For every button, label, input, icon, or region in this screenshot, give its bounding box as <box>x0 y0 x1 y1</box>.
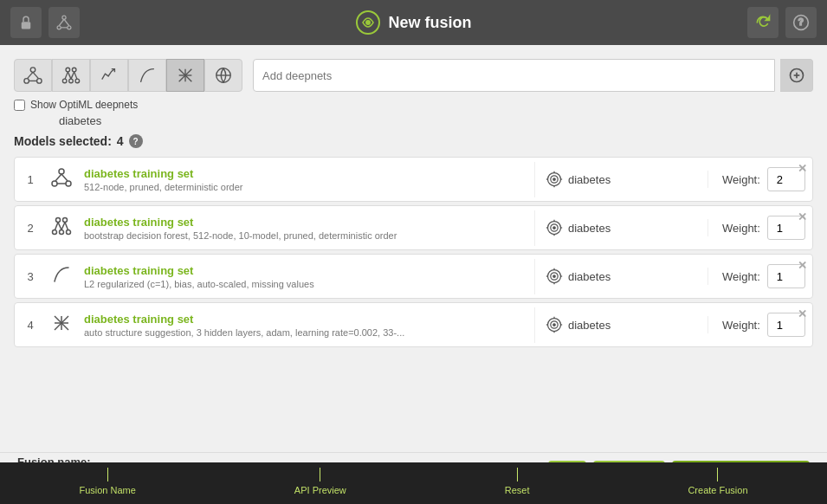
deepnet-add-button[interactable] <box>780 59 813 92</box>
row-desc: auto structure suggestion, 3 hidden laye… <box>84 327 527 338</box>
weight-label: Weight: <box>722 319 760 332</box>
svg-line-25 <box>74 72 77 79</box>
svg-point-18 <box>72 68 76 72</box>
svg-line-38 <box>55 174 61 181</box>
row-title[interactable]: diabetes training set <box>84 216 527 229</box>
row-desc: bootstrap decision forest, 512-node, 10-… <box>84 230 527 241</box>
row-info: diabetes training set L2 regularized (c=… <box>77 259 535 294</box>
svg-point-49 <box>63 217 68 222</box>
svg-point-52 <box>67 229 71 234</box>
row-number: 4 <box>15 319 46 332</box>
remove-row-button[interactable]: ✕ <box>798 308 807 320</box>
add-deepnet-icon <box>788 67 805 84</box>
svg-line-39 <box>61 174 68 181</box>
svg-point-48 <box>56 217 61 222</box>
svg-point-13 <box>37 79 42 84</box>
annotation-api-preview: API Preview <box>294 468 346 495</box>
row-dataset: diabetes <box>535 219 708 236</box>
annotation-reset: Reset <box>505 468 530 495</box>
deepnet-search-input[interactable] <box>253 59 775 92</box>
boost-icon <box>100 66 119 85</box>
top-bar-center: New fusion <box>355 10 471 35</box>
network-button[interactable] <box>48 7 80 38</box>
row-title[interactable]: diabetes training set <box>84 167 527 180</box>
refresh-button[interactable] <box>747 7 779 38</box>
model-type-deepnet[interactable] <box>166 59 204 92</box>
svg-point-8 <box>365 20 370 25</box>
deepnet-icon <box>176 66 195 85</box>
forest-icon <box>61 66 81 85</box>
svg-line-24 <box>71 72 74 79</box>
annotation-create-fusion: Create Fusion <box>688 468 747 495</box>
model-type-linear[interactable] <box>128 59 166 92</box>
refresh-icon <box>754 14 772 31</box>
svg-point-35 <box>59 169 64 174</box>
svg-point-3 <box>68 26 71 29</box>
target-icon <box>546 316 563 333</box>
svg-point-37 <box>66 181 71 186</box>
model-type-logistic[interactable] <box>204 59 242 92</box>
weight-label: Weight: <box>722 173 760 186</box>
remove-row-button[interactable]: ✕ <box>798 163 807 174</box>
remove-row-button[interactable]: ✕ <box>798 211 807 223</box>
row-info: diabetes training set auto structure sug… <box>77 307 535 343</box>
svg-point-66 <box>553 275 556 278</box>
dataset-tag: diabetes <box>59 114 813 127</box>
row-model-icon <box>46 216 77 241</box>
table-row: 1 diabetes training set 512-node, pruned… <box>14 157 813 202</box>
row-title[interactable]: diabetes training set <box>84 313 527 326</box>
svg-rect-0 <box>22 22 31 29</box>
svg-line-14 <box>28 72 33 78</box>
table-row: 4 diabetes training set auto structure s… <box>14 302 813 347</box>
svg-point-51 <box>60 229 64 234</box>
svg-point-50 <box>53 229 57 234</box>
model-type-forest[interactable] <box>52 59 90 92</box>
remove-row-button[interactable]: ✕ <box>798 260 807 271</box>
svg-line-4 <box>59 19 64 26</box>
row-dataset-name: diabetes <box>568 270 611 283</box>
table-row: 3 diabetes training set L2 regularized (… <box>14 254 813 299</box>
row-model-icon <box>46 167 77 192</box>
toolbar-row: Show OptiML deepnets <box>14 59 813 111</box>
svg-line-56 <box>65 222 68 229</box>
row-weight: Weight: <box>708 264 812 288</box>
target-icon <box>546 171 563 188</box>
svg-line-22 <box>65 72 68 79</box>
models-count: 4 <box>117 134 124 148</box>
row-number: 3 <box>15 270 46 283</box>
svg-point-11 <box>30 68 36 73</box>
ensemble-icon <box>23 66 42 85</box>
show-optiml-checkbox[interactable] <box>14 100 25 111</box>
row-dataset-name: diabetes <box>568 319 611 332</box>
models-selected-label: Models selected: <box>14 134 112 148</box>
models-help-icon[interactable]: ? <box>129 134 143 148</box>
row-weight: Weight: <box>708 216 812 240</box>
lock-button[interactable] <box>10 7 42 38</box>
row-weight: Weight: <box>708 167 812 191</box>
model-type-ensemble[interactable] <box>14 59 52 92</box>
svg-line-54 <box>58 222 61 229</box>
svg-line-15 <box>33 72 38 78</box>
row-dataset-name: diabetes <box>568 222 611 235</box>
model-type-boost[interactable] <box>90 59 128 92</box>
svg-point-43 <box>553 178 556 181</box>
annotation-fusion-name: Fusion Name <box>79 468 135 495</box>
models-header: Models selected: 4 ? <box>14 134 813 148</box>
svg-text:?: ? <box>798 17 804 27</box>
svg-point-2 <box>57 26 61 29</box>
row-number: 1 <box>15 173 46 186</box>
svg-line-5 <box>64 19 69 26</box>
svg-point-1 <box>62 16 66 19</box>
target-icon <box>546 219 563 236</box>
svg-line-53 <box>55 222 59 229</box>
row-title[interactable]: diabetes training set <box>84 264 527 277</box>
svg-point-77 <box>553 324 556 326</box>
models-list: 1 diabetes training set 512-node, pruned… <box>14 157 813 347</box>
row-desc: L2 regularized (c=1), bias, auto-scaled,… <box>84 279 527 289</box>
help-button[interactable]: ? <box>785 7 817 38</box>
model-type-buttons <box>14 59 242 92</box>
row-model-icon <box>46 313 77 338</box>
page-title: New fusion <box>388 14 471 32</box>
row-dataset-name: diabetes <box>568 173 611 186</box>
row-desc: 512-node, pruned, deterministic order <box>84 182 527 192</box>
